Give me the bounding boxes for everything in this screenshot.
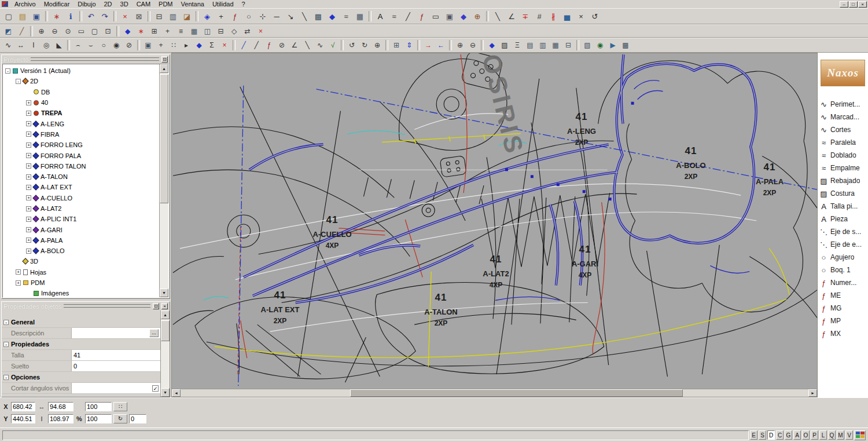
tool-item[interactable]: ▨ Rebajado (818, 174, 868, 187)
drawing-canvas[interactable]: OSIRIS 41 A-LENG 2XP 41 A-BOLO 2XP 41 A-… (171, 53, 817, 397)
paste-icon[interactable]: ▣ (142, 40, 154, 50)
properties-scroll-thumb[interactable] (161, 320, 170, 341)
tree-item[interactable]: + A-LAT EXT (3, 182, 159, 192)
arrow-tool-icon[interactable]: ↘ (284, 11, 297, 22)
tree-expander-icon[interactable]: - (16, 79, 21, 84)
tree-item[interactable]: + A-BOLO (3, 246, 159, 256)
delete-icon[interactable]: × (119, 11, 131, 22)
wave2-tool-icon[interactable]: ≈ (388, 11, 400, 22)
columns-icon[interactable]: ◫ (201, 26, 214, 36)
line-tool-icon[interactable]: ─ (270, 11, 283, 22)
wave-icon[interactable]: ∿ (314, 40, 326, 50)
insert-symbol-icon[interactable]: ◈ (201, 11, 214, 22)
tool-item[interactable]: ƒ MP (818, 315, 868, 327)
grid-select-icon[interactable]: ▩ (312, 11, 325, 22)
tree-expander-icon[interactable]: + (16, 269, 21, 275)
tree-expander-icon[interactable]: + (26, 100, 31, 105)
tree-item[interactable]: + TREPA (3, 108, 159, 118)
scroll-down-icon[interactable]: ▼ (161, 388, 170, 397)
tree-expander-icon[interactable]: + (26, 217, 31, 222)
section-collapse-icon[interactable]: - (3, 375, 9, 380)
play-icon[interactable]: ▸ (181, 40, 192, 50)
rect-tool-icon[interactable]: ▭ (429, 11, 442, 22)
clipboard-icon[interactable]: ▣ (443, 11, 456, 22)
close-red-icon[interactable]: × (255, 26, 267, 36)
print-icon[interactable]: ⊟ (153, 11, 165, 22)
tree-expander-icon[interactable]: + (26, 249, 31, 254)
property-row[interactable]: Descripción ... (2, 328, 160, 339)
tree-expander-icon[interactable]: + (26, 195, 31, 200)
mode-toggle-button[interactable]: G (785, 430, 792, 440)
diamond-curve-icon[interactable]: ◆ (457, 11, 470, 22)
tree-item[interactable]: + A-LAT2 (3, 203, 159, 214)
plus-icon[interactable]: + (161, 26, 174, 36)
offset-icon[interactable]: ⊕ (372, 40, 383, 50)
tree-expander-icon[interactable]: + (26, 121, 31, 126)
hash-dim-icon[interactable]: # (533, 11, 546, 22)
arc-down-icon[interactable]: ⌣ (85, 40, 97, 50)
tree-expander-icon[interactable]: + (26, 227, 31, 232)
tree-scrollbar[interactable]: ▲ ▼ (159, 64, 168, 297)
menu-item[interactable]: ? (238, 1, 249, 8)
tree-expander-icon[interactable]: + (26, 174, 31, 180)
tree-expander-icon[interactable]: + (26, 131, 31, 137)
tool-item[interactable]: ≈ Empalme (818, 162, 868, 174)
mode-toggle-button[interactable]: P (811, 430, 818, 440)
circle-dot-icon[interactable]: ◉ (111, 40, 122, 50)
xi-icon[interactable]: Ξ (512, 40, 523, 50)
print2-icon[interactable]: ⊟ (562, 40, 574, 50)
scale-y-field[interactable]: 100 (85, 414, 112, 423)
arc-up-icon[interactable]: ⌢ (72, 40, 84, 50)
tree-item[interactable]: + A-TALON (3, 171, 159, 182)
scroll-up-icon[interactable]: ▲ (161, 311, 170, 319)
trim-icon[interactable]: ⊘ (276, 40, 288, 50)
open-folder-icon[interactable]: ▤ (16, 11, 29, 22)
tree-item[interactable]: + Hojas (3, 267, 159, 277)
property-value-cell[interactable]: 0 (71, 361, 160, 371)
slash-tool-icon[interactable]: ╱ (402, 11, 414, 22)
property-value-cell[interactable]: 41 (71, 350, 160, 360)
menu-item[interactable]: PDM (155, 1, 176, 8)
func-icon[interactable]: ƒ (263, 40, 275, 50)
tree-expander-icon[interactable]: + (26, 111, 31, 116)
next-red-icon[interactable]: → (422, 40, 434, 50)
plus-minus-icon[interactable]: ∓ (519, 11, 532, 22)
pencil-icon[interactable]: ╱ (16, 26, 28, 36)
property-row[interactable]: - Propiedades (2, 339, 160, 350)
tree-item[interactable]: + 40 (3, 97, 159, 108)
tree-item[interactable]: + A-LENG (3, 118, 159, 129)
checkbox[interactable]: ✓ (152, 385, 159, 392)
wave-tool-icon[interactable]: ≈ (340, 11, 352, 22)
tool-item[interactable]: ∿ Perimet... (818, 98, 868, 111)
x-delta-field[interactable]: 94.68 (48, 402, 73, 411)
layers-icon[interactable]: ▥ (167, 11, 179, 22)
zoom-page-icon[interactable]: ▢ (89, 26, 101, 36)
diagonal-tool-icon[interactable]: ╲ (298, 11, 311, 22)
blue-diamond-icon[interactable]: ◆ (326, 11, 339, 22)
zoom-out-icon[interactable]: ⊖ (49, 26, 61, 36)
tree-item[interactable]: + A-PLIC INT1 (3, 214, 159, 224)
function-curve-icon[interactable]: ƒ (229, 11, 241, 22)
add-point-icon[interactable]: + (215, 11, 227, 22)
delete-x-icon[interactable]: × (219, 40, 230, 50)
brush-icon[interactable]: ◣ (53, 40, 65, 50)
pen-icon[interactable]: ╱ (251, 40, 262, 50)
tool-item[interactable]: ≈ Paralela (818, 136, 868, 149)
scroll-left-icon[interactable]: ◄ (172, 389, 181, 397)
mode-toggle-button[interactable]: M (837, 430, 844, 440)
tree-expander-icon[interactable]: + (26, 153, 31, 158)
diamond-pair-icon[interactable]: ◆ (122, 26, 134, 36)
prev-blue-icon[interactable]: ← (435, 40, 447, 50)
section-collapse-icon[interactable]: - (3, 320, 9, 325)
tree-item[interactable]: - 2D (3, 76, 159, 86)
diamond-icon[interactable]: ◆ (193, 40, 205, 50)
info-icon[interactable]: ℹ (64, 11, 77, 22)
copy-frame-icon[interactable]: ⊞ (391, 40, 402, 50)
tree-item[interactable]: DB (3, 87, 159, 97)
add-icon[interactable]: + (155, 40, 167, 50)
target-icon[interactable]: ◎ (41, 40, 52, 50)
undo-icon[interactable]: ↶ (84, 11, 97, 22)
v-move-icon[interactable]: ⇕ (403, 40, 415, 50)
zoom-selection-icon[interactable]: ⊙ (62, 26, 74, 36)
property-row[interactable]: - General (2, 317, 160, 328)
